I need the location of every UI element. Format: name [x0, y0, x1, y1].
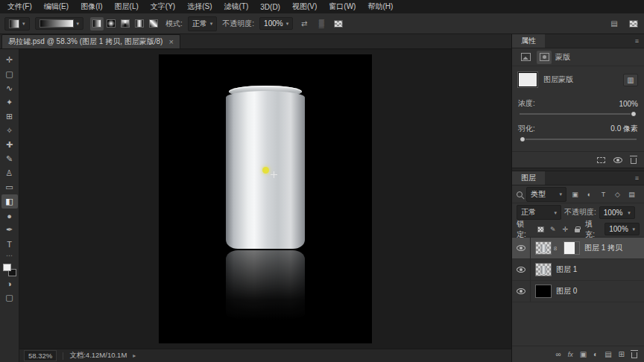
document-tab[interactable]: 易拉罐.psd @ 58.3% (图层 1 拷贝, 图层蒙版/8) ×: [1, 34, 180, 48]
feather-slider[interactable]: [520, 139, 637, 140]
menu-help[interactable]: 帮助(H): [362, 1, 399, 12]
blend-mode-select[interactable]: 正常 ▾: [188, 16, 218, 31]
blur-tool[interactable]: ●: [1, 209, 18, 223]
feather-slider-knob[interactable]: [520, 136, 525, 142]
screen-mode-tool[interactable]: ▢: [1, 290, 18, 305]
lasso-tool[interactable]: ∿: [1, 81, 18, 95]
layer-mask-button[interactable]: [537, 51, 552, 64]
mask-link-icon[interactable]: 8: [552, 245, 559, 252]
document-size-info[interactable]: 文档:4.12M/10.1M: [69, 351, 127, 361]
menu-filter[interactable]: 滤镜(T): [218, 1, 255, 12]
smart-object-filter-icon[interactable]: ▤: [626, 188, 637, 200]
mask-visibility-eye-icon[interactable]: [613, 157, 622, 163]
visibility-cell[interactable]: [512, 238, 531, 258]
visibility-cell[interactable]: [512, 281, 531, 302]
visibility-cell[interactable]: [512, 259, 531, 280]
shape-filter-icon[interactable]: ◇: [612, 188, 623, 200]
clone-stamp-tool[interactable]: ♙: [1, 166, 18, 180]
reverse-icon[interactable]: ⇄: [298, 18, 310, 29]
new-group-icon[interactable]: ▤: [604, 350, 611, 358]
new-layer-icon[interactable]: ⊞: [619, 350, 625, 358]
menu-file[interactable]: 文件(F): [1, 1, 38, 12]
add-mask-icon[interactable]: ▣: [580, 350, 587, 358]
menu-type[interactable]: 文字(Y): [145, 1, 181, 12]
opacity-select[interactable]: 100% ▾: [259, 17, 293, 30]
edit-toolbar-icon[interactable]: ⋯: [6, 251, 13, 260]
gradient-tool[interactable]: ◧: [1, 194, 18, 209]
layer-name[interactable]: 图层 1: [556, 264, 577, 275]
menu-select[interactable]: 选择(S): [181, 1, 218, 12]
layer-thumbnail[interactable]: [535, 263, 552, 276]
adjustment-filter-icon[interactable]: ◐: [584, 188, 595, 200]
dither-icon[interactable]: ▒: [315, 18, 327, 29]
linear-gradient-button[interactable]: [90, 17, 104, 31]
link-layers-icon[interactable]: ∞: [556, 350, 561, 358]
density-slider[interactable]: [520, 113, 637, 115]
magic-wand-tool[interactable]: ✦: [1, 95, 18, 109]
lock-transparency-icon[interactable]: [536, 224, 546, 235]
tool-preset-picker[interactable]: ▾: [4, 17, 30, 31]
adjustment-layer-icon[interactable]: ◐: [593, 350, 598, 358]
brush-tool[interactable]: ✎: [1, 152, 18, 166]
pen-tool[interactable]: ✒: [1, 223, 18, 237]
move-tool[interactable]: ✛: [1, 53, 18, 67]
layer-style-icon[interactable]: fx: [568, 351, 573, 358]
menu-image[interactable]: 图像(I): [75, 1, 108, 12]
density-slider-knob[interactable]: [631, 111, 637, 117]
layer-mask-thumbnail[interactable]: [518, 72, 537, 87]
lock-position-icon[interactable]: ✛: [561, 224, 570, 235]
layer-name[interactable]: 图层 1 拷贝: [584, 243, 622, 253]
menu-window[interactable]: 窗口(W): [323, 1, 362, 12]
pixel-mask-button[interactable]: [518, 51, 533, 64]
filter-type-select[interactable]: 类型 ▾: [526, 187, 566, 202]
pixel-filter-icon[interactable]: ▣: [569, 188, 581, 200]
document-canvas[interactable]: [159, 54, 372, 343]
panels-toggle-icon[interactable]: [628, 18, 640, 29]
workspace-icon[interactable]: ▤: [608, 18, 620, 29]
transparency-icon[interactable]: [332, 18, 344, 29]
menu-edit[interactable]: 编辑(E): [38, 1, 75, 12]
type-filter-icon[interactable]: T: [598, 188, 609, 200]
radial-gradient-button[interactable]: [104, 17, 118, 31]
quick-mask-tool[interactable]: ◑: [1, 276, 18, 290]
density-value[interactable]: 100%: [619, 100, 638, 108]
fill-select[interactable]: 100% ▾: [604, 223, 640, 235]
healing-brush-tool[interactable]: ✚: [1, 138, 18, 152]
delete-mask-icon[interactable]: [631, 158, 637, 164]
lock-pixels-icon[interactable]: ✎: [549, 224, 558, 235]
lock-all-icon[interactable]: [573, 224, 583, 235]
type-tool[interactable]: T: [1, 237, 18, 251]
panel-menu-icon[interactable]: ≡: [630, 34, 644, 48]
feather-value[interactable]: 0.0 像素: [610, 124, 638, 134]
foreground-color-swatch[interactable]: [3, 264, 11, 271]
tab-properties[interactable]: 属性: [512, 34, 545, 48]
menu-layer[interactable]: 图层(L): [109, 1, 145, 12]
close-icon[interactable]: ×: [168, 37, 173, 46]
zoom-level-field[interactable]: 58.32%: [24, 350, 57, 361]
eyedropper-tool[interactable]: ✧: [1, 124, 18, 138]
layer-opacity-select[interactable]: 100% ▾: [599, 206, 635, 219]
delete-layer-icon[interactable]: [631, 352, 637, 358]
layer-row-layer1-copy[interactable]: 8 图层 1 拷贝: [512, 238, 644, 259]
layer-mask-thumbnail[interactable]: [564, 241, 580, 255]
layer-name[interactable]: 图层 0: [556, 286, 577, 296]
layer-thumbnail[interactable]: [535, 285, 552, 298]
angle-gradient-button[interactable]: [119, 17, 132, 31]
panel-menu-icon[interactable]: ≡: [630, 171, 644, 185]
crop-tool[interactable]: ⊞: [1, 109, 18, 124]
diamond-gradient-button[interactable]: [147, 17, 160, 31]
tab-layers[interactable]: 图层: [512, 171, 545, 185]
layer-blend-mode-select[interactable]: 正常 ▾: [517, 205, 561, 220]
layer-row-layer1[interactable]: 图层 1: [512, 259, 644, 281]
reflected-gradient-button[interactable]: [133, 17, 146, 31]
mask-options-button[interactable]: ▥: [623, 74, 638, 86]
status-popup-icon[interactable]: ▸: [133, 352, 136, 359]
menu-view[interactable]: 视图(V): [286, 1, 323, 12]
layer-row-layer0[interactable]: 图层 0: [512, 281, 644, 302]
eraser-tool[interactable]: ▭: [1, 180, 18, 194]
load-selection-icon[interactable]: [597, 157, 605, 163]
gradient-picker[interactable]: ▾: [35, 17, 84, 30]
marquee-tool[interactable]: ▢: [1, 67, 18, 81]
menu-3d[interactable]: 3D(D): [254, 3, 286, 11]
layer-thumbnail[interactable]: [535, 241, 552, 255]
